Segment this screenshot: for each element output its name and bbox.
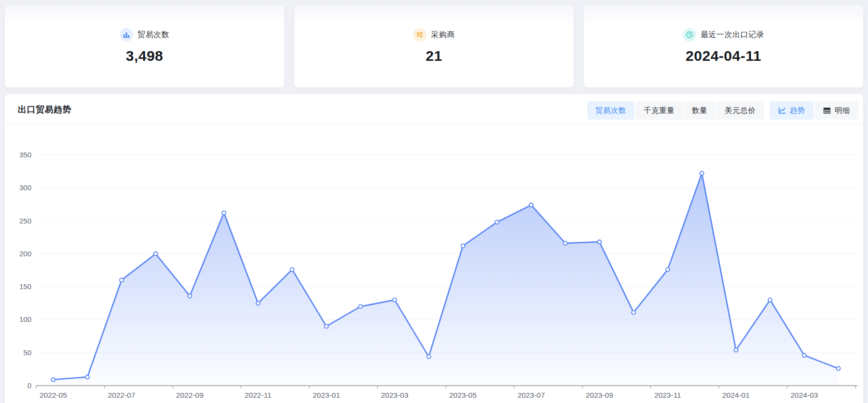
tabs-wrap: 贸易次数千克重量数量美元总价 趋势明细 xyxy=(587,101,858,120)
view-tab-label: 趋势 xyxy=(790,106,805,116)
data-point[interactable] xyxy=(632,310,635,314)
x-axis-label: 2024-01 xyxy=(722,391,750,399)
trend-area-chart: 0501001502002503003502022-052022-072022-… xyxy=(5,125,863,403)
data-point[interactable] xyxy=(393,298,397,302)
data-point[interactable] xyxy=(529,203,533,207)
table-icon xyxy=(823,106,831,115)
data-point[interactable] xyxy=(564,241,567,245)
data-point[interactable] xyxy=(461,244,465,248)
stat-card-latest-export: 最近一次出口记录 2024-04-11 xyxy=(584,5,863,87)
data-point[interactable] xyxy=(666,268,670,272)
x-axis-label: 2023-07 xyxy=(517,391,545,399)
data-point[interactable] xyxy=(837,367,840,371)
stat-card-value: 3,498 xyxy=(126,48,164,64)
trend-panel: 出口贸易趋势 贸易次数千克重量数量美元总价 趋势明细 0501001502002… xyxy=(5,94,863,403)
chart-box: 0501001502002503003502022-052022-072022-… xyxy=(5,125,863,403)
x-axis-label: 2023-01 xyxy=(313,391,340,399)
y-axis-label: 150 xyxy=(19,282,31,291)
store-icon xyxy=(413,28,427,42)
metric-tabs-group: 贸易次数千克重量数量美元总价 xyxy=(587,101,764,120)
data-point[interactable] xyxy=(495,220,499,224)
metric-tab-trade-count[interactable]: 贸易次数 xyxy=(587,101,634,120)
stat-card-header: 贸易次数 xyxy=(120,28,169,42)
x-axis-label: 2023-11 xyxy=(654,391,681,399)
data-point[interactable] xyxy=(85,375,89,379)
data-point[interactable] xyxy=(700,171,704,175)
x-axis-label: 2023-05 xyxy=(449,391,477,399)
x-axis-label: 2022-09 xyxy=(176,391,204,399)
x-axis-label: 2023-03 xyxy=(381,391,408,399)
metric-tab-usd-total[interactable]: 美元总价 xyxy=(716,101,764,120)
x-axis xyxy=(36,386,857,389)
metric-tab-label: 千克重量 xyxy=(644,106,675,116)
stat-card-trade-count: 贸易次数 3,498 xyxy=(5,5,284,87)
stat-card-label: 采购商 xyxy=(431,30,455,40)
metric-tab-quantity[interactable]: 数量 xyxy=(684,101,716,120)
x-axis-label: 2022-05 xyxy=(40,391,67,399)
metric-tab-label: 美元总价 xyxy=(725,106,756,116)
y-axis-label: 300 xyxy=(19,183,31,192)
stat-cards-row: 贸易次数 3,498 采购商 21 xyxy=(5,5,863,87)
panel-title: 出口贸易趋势 xyxy=(18,94,71,125)
y-axis-label: 200 xyxy=(19,250,31,258)
data-point[interactable] xyxy=(188,294,192,298)
series-area xyxy=(53,173,838,386)
data-point[interactable] xyxy=(427,355,431,359)
metric-tab-kg-weight[interactable]: 千克重量 xyxy=(635,101,683,120)
stat-card-value: 2024-04-11 xyxy=(686,48,761,64)
data-point[interactable] xyxy=(802,353,806,357)
y-axis-labels: 050100150200250300350 xyxy=(19,151,31,389)
bar-chart-icon xyxy=(120,28,133,42)
page-background: { "stat_cards": [ { "label": "贸易次数", "va… xyxy=(0,0,868,403)
metric-tab-label: 贸易次数 xyxy=(595,106,626,116)
view-tab-label: 明细 xyxy=(835,106,850,116)
line-chart-icon xyxy=(778,106,786,115)
view-tab-detail[interactable]: 明细 xyxy=(814,101,858,120)
view-tabs-group: 趋势明细 xyxy=(770,101,858,120)
stat-card-header: 最近一次出口记录 xyxy=(683,28,764,42)
y-axis-label: 0 xyxy=(28,381,31,389)
x-axis-label: 2022-07 xyxy=(108,391,135,399)
data-point[interactable] xyxy=(256,301,260,305)
metric-tab-label: 数量 xyxy=(692,106,707,116)
data-point[interactable] xyxy=(120,278,124,282)
data-point[interactable] xyxy=(290,268,294,272)
x-axis-label: 2024-03 xyxy=(790,391,818,399)
x-axis-labels: 2022-052022-072022-092022-112023-012023-… xyxy=(40,391,818,399)
y-axis-label: 50 xyxy=(23,348,31,357)
data-point[interactable] xyxy=(597,240,601,244)
data-point[interactable] xyxy=(734,348,738,352)
data-point[interactable] xyxy=(768,298,772,302)
data-point[interactable] xyxy=(51,378,55,382)
stat-card-label: 最近一次出口记录 xyxy=(701,30,764,40)
data-point[interactable] xyxy=(358,305,362,308)
data-point[interactable] xyxy=(222,211,226,215)
clock-icon xyxy=(683,28,696,42)
y-axis-label: 250 xyxy=(19,217,31,225)
stat-card-value: 21 xyxy=(426,48,442,64)
y-axis-label: 350 xyxy=(19,151,31,159)
data-point[interactable] xyxy=(154,252,158,256)
stat-card-purchasers: 采购商 21 xyxy=(294,5,574,87)
x-axis-label: 2022-11 xyxy=(245,391,272,399)
view-tab-trend[interactable]: 趋势 xyxy=(770,101,813,120)
data-point[interactable] xyxy=(324,324,328,328)
y-axis-label: 100 xyxy=(19,315,31,323)
stat-card-header: 采购商 xyxy=(413,28,455,42)
x-axis-label: 2023-09 xyxy=(586,391,613,399)
trend-panel-header: 出口贸易趋势 贸易次数千克重量数量美元总价 趋势明细 xyxy=(5,94,863,125)
stat-card-label: 贸易次数 xyxy=(138,30,169,40)
